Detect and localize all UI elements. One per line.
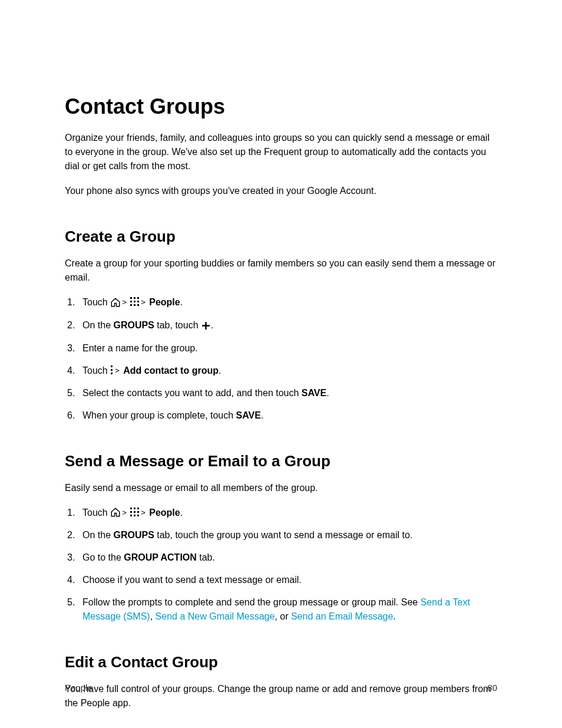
send-intro: Easily send a message or email to all me…: [65, 481, 497, 495]
chevron-right-icon: >: [122, 298, 127, 307]
step-text: Select the contacts you want to add, and…: [82, 388, 302, 398]
page-title: Contact Groups: [65, 94, 497, 119]
chevron-right-icon: >: [115, 366, 120, 375]
people-label: People: [149, 508, 180, 518]
intro-paragraph-1: Organize your friends, family, and colle…: [65, 131, 497, 173]
chevron-right-icon: >: [141, 298, 146, 307]
home-icon: [110, 296, 121, 310]
send-steps: Touch > > People. On the GROUPS tab, tou…: [65, 506, 497, 624]
people-label: People: [149, 297, 180, 307]
create-step-6: When your group is complete, touch SAVE.: [65, 409, 497, 423]
create-step-1: Touch > > People.: [65, 295, 497, 310]
intro-paragraph-2: Your phone also syncs with groups you've…: [65, 184, 497, 198]
step-text: , or: [275, 611, 291, 621]
step-text: tab, touch: [154, 320, 201, 330]
step-text: Go to the: [82, 552, 124, 562]
add-contact-label: Add contact to group: [123, 365, 219, 375]
overflow-menu-icon: [110, 365, 114, 375]
send-step-2: On the GROUPS tab, touch the group you w…: [65, 528, 497, 542]
link-send-email[interactable]: Send an Email Message: [291, 611, 393, 621]
create-step-4: Touch > Add contact to group.: [65, 364, 497, 378]
step-text: Follow the prompts to complete and send …: [82, 597, 421, 607]
chevron-right-icon: >: [141, 508, 146, 517]
step-text: .: [393, 611, 395, 621]
step-text: tab.: [197, 552, 215, 562]
groups-label: GROUPS: [113, 530, 154, 540]
group-action-label: GROUP ACTION: [124, 552, 197, 562]
link-send-gmail[interactable]: Send a New Gmail Message: [156, 611, 275, 621]
send-step-1: Touch > > People.: [65, 506, 497, 521]
create-step-2: On the GROUPS tab, touch .: [65, 318, 497, 333]
heading-send-message: Send a Message or Email to a Group: [65, 452, 497, 470]
step-text: Touch: [82, 297, 110, 307]
step-text: On the: [82, 530, 113, 540]
groups-label: GROUPS: [113, 320, 154, 330]
step-text: When your group is complete, touch: [82, 410, 236, 420]
step-text: Touch: [82, 508, 110, 518]
home-icon: [110, 506, 121, 520]
step-text: tab, touch the group you want to send a …: [154, 530, 412, 540]
send-step-4: Choose if you want to send a text messag…: [65, 573, 497, 587]
create-step-3: Enter a name for the group.: [65, 341, 497, 355]
save-label: SAVE: [236, 410, 261, 420]
send-step-5: Follow the prompts to complete and send …: [65, 595, 497, 624]
footer-section: People: [65, 683, 92, 693]
create-steps: Touch > > People. On the GROUPS tab, tou…: [65, 295, 497, 423]
footer-page-number: 80: [487, 683, 497, 693]
step-text: On the: [82, 320, 113, 330]
send-step-3: Go to the GROUP ACTION tab.: [65, 551, 497, 565]
heading-edit-group: Edit a Contact Group: [65, 653, 497, 671]
step-text: ,: [150, 611, 156, 621]
heading-create-group: Create a Group: [65, 228, 497, 246]
page-footer: People 80: [65, 683, 497, 693]
step-text: Touch: [82, 365, 110, 375]
chevron-right-icon: >: [122, 508, 127, 517]
apps-icon: [130, 508, 140, 517]
create-intro: Create a group for your sporting buddies…: [65, 256, 497, 285]
create-step-5: Select the contacts you want to add, and…: [65, 386, 497, 400]
save-label: SAVE: [302, 388, 326, 398]
apps-icon: [130, 297, 140, 307]
plus-icon: [201, 319, 211, 333]
